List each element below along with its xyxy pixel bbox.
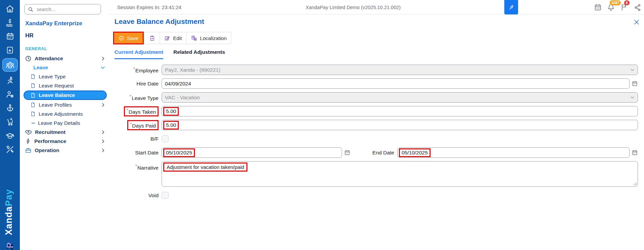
sidebar-item-leave-adjustments[interactable]: Leave Adjustments — [20, 109, 109, 118]
session-expiry-text: Session Expires In: 23:41:24 — [117, 4, 181, 10]
report-document-icon[interactable] — [3, 45, 18, 55]
annotation-box-days-taken-label: *Days Taken — [124, 106, 159, 116]
annotation-box-days-paid-label: *Days Paid — [127, 120, 159, 130]
chevron-right-icon[interactable] — [101, 148, 105, 153]
annotation-box-narrative: Adjustment for vacation taken/paid — [163, 163, 247, 172]
bf-row: B/F — [114, 134, 638, 144]
narrative-textarea[interactable]: Adjustment for vacation taken/paid — [162, 161, 638, 187]
briefcase-icon — [25, 147, 32, 154]
calendar-picker-icon[interactable] — [632, 80, 638, 87]
required-asterisk: * — [130, 121, 132, 127]
user-settings-icon[interactable] — [3, 89, 18, 99]
employee-row: *Employee Pay2, Xanda - (890221) — [114, 65, 638, 75]
sidebar-item-leave-pay-details[interactable]: Leave Pay Details — [20, 118, 109, 128]
days-taken-label: Days Taken — [129, 109, 156, 115]
sidebar-item-leave-type[interactable]: Leave Type — [20, 72, 109, 81]
close-icon[interactable] — [633, 19, 640, 26]
sidebar-item-recruitment[interactable]: Recruitment — [20, 128, 109, 137]
employee-select[interactable]: Pay2, Xanda - (890221) — [162, 65, 638, 75]
sidebar-item-leave-profiles[interactable]: Leave Profiles — [20, 100, 109, 109]
annotation-box-end-date: 05/10/2025 — [399, 148, 431, 157]
pin-button[interactable] — [504, 0, 518, 15]
calendar-icon[interactable] — [594, 3, 602, 12]
sidebar-item-attendance[interactable]: Attendance — [20, 54, 109, 63]
save-button[interactable]: Save — [114, 33, 143, 43]
required-asterisk: * — [133, 66, 135, 71]
tools-icon[interactable] — [3, 144, 18, 154]
sidebar-item-operation[interactable]: Operation — [20, 146, 109, 155]
document-icon — [30, 111, 36, 117]
app-window: XandaPay XP XandaPay Enterprize HR GENER… — [0, 0, 644, 250]
hire-date-label: Hire Date — [137, 81, 159, 86]
anchor-icon[interactable] — [3, 103, 18, 113]
end-date-input[interactable]: 05/10/2025 — [397, 147, 630, 158]
clipboard-button[interactable] — [145, 32, 160, 44]
document-icon — [30, 83, 36, 88]
module-hr[interactable]: HR — [25, 32, 34, 39]
calendar-rail-icon[interactable] — [3, 31, 18, 41]
toolbar-button-group: Edit Localization — [144, 32, 231, 44]
chevron-right-icon[interactable] — [101, 130, 105, 135]
notification-count-badge: 4387 — [610, 0, 621, 5]
start-date-input[interactable]: 05/10/2025 — [162, 147, 342, 158]
connections-icon[interactable] — [633, 3, 642, 12]
translate-icon — [191, 35, 197, 41]
edit-button[interactable]: Edit — [160, 32, 186, 44]
sidebar-item-leave-request[interactable]: Leave Request — [20, 81, 109, 90]
bf-checkbox[interactable] — [162, 135, 169, 142]
icon-rail: XandaPay XP — [0, 0, 20, 250]
sidebar: XandaPay Enterprize HR GENERAL Attendanc… — [20, 0, 109, 250]
end-date-label: End Date — [372, 150, 397, 156]
void-checkbox[interactable] — [162, 192, 169, 199]
tab-related-adjustments[interactable]: Related Adjustments — [173, 49, 225, 59]
payroll-money-icon[interactable] — [3, 17, 18, 28]
chevron-right-icon[interactable] — [101, 139, 105, 144]
chevron-right-icon[interactable] — [101, 56, 105, 61]
chevron-down-icon — [630, 67, 635, 72]
sidebar-item-performance[interactable]: Performance — [20, 137, 109, 146]
chevron-down-icon[interactable] — [100, 65, 105, 70]
company-name[interactable]: XandaPay Enterprize — [25, 20, 82, 27]
activity-runner-icon[interactable] — [3, 75, 18, 85]
annotation-box-days-taken-value: 5.00 — [163, 107, 179, 116]
home-icon[interactable] — [3, 4, 18, 14]
annotation-box-days-paid-value: 5.00 — [163, 121, 179, 130]
sidebar-item-leave-balance[interactable]: Leave Balance — [24, 91, 107, 100]
section-header-general: GENERAL — [25, 46, 47, 51]
days-taken-input[interactable]: 5.00 — [162, 106, 638, 116]
app-title: XandaPay Limited Demo (v2025.10.21.002) — [306, 5, 401, 10]
chevron-right-icon[interactable] — [101, 103, 105, 107]
required-asterisk: * — [135, 164, 137, 169]
document-icon — [30, 102, 36, 108]
required-asterisk: * — [127, 108, 128, 113]
hire-date-input[interactable]: 04/09/2024 — [162, 78, 630, 89]
hr-people-icon[interactable] — [2, 58, 18, 72]
topbar: Session Expires In: 23:41:24 XandaPay Li… — [109, 0, 644, 14]
vertical-brand: XandaPay — [4, 189, 13, 235]
sidebar-search-box[interactable] — [24, 4, 101, 14]
sidebar-menu: Attendance Leave Leave Type Leave Reques… — [20, 54, 109, 155]
required-asterisk: * — [130, 94, 131, 99]
void-row: Void — [114, 190, 638, 201]
leave-type-select[interactable]: VAC - Vacation — [162, 92, 638, 103]
handshake-icon — [25, 129, 32, 136]
topbar-icons: 4387 6 — [594, 3, 642, 12]
calendar-picker-icon[interactable] — [344, 149, 350, 156]
flag-icon[interactable]: 6 — [620, 3, 629, 12]
search-input[interactable] — [36, 6, 98, 12]
xandapay-logo: XP — [4, 236, 16, 250]
tab-current-adjustment[interactable]: Current Adjustment — [114, 49, 163, 59]
calendar-picker-icon[interactable] — [632, 149, 638, 156]
sidebar-item-leave[interactable]: Leave — [20, 63, 109, 72]
cart-plus-icon[interactable] — [3, 117, 18, 127]
narrative-label: Narrative — [137, 165, 159, 171]
localization-button[interactable]: Localization — [186, 32, 231, 44]
days-paid-input[interactable]: 5.00 — [162, 120, 638, 130]
lightning-bolt-icon — [25, 138, 31, 144]
annotation-box-start-date: 05/10/2025 — [163, 148, 195, 157]
leave-type-label: Leave Type — [132, 95, 159, 101]
notifications-bell-icon[interactable]: 4387 — [607, 3, 615, 12]
narrative-row: *Narrative Adjustment for vacation taken… — [114, 161, 638, 187]
graduation-cap-icon[interactable] — [3, 131, 18, 141]
pushpin-icon — [508, 4, 514, 11]
